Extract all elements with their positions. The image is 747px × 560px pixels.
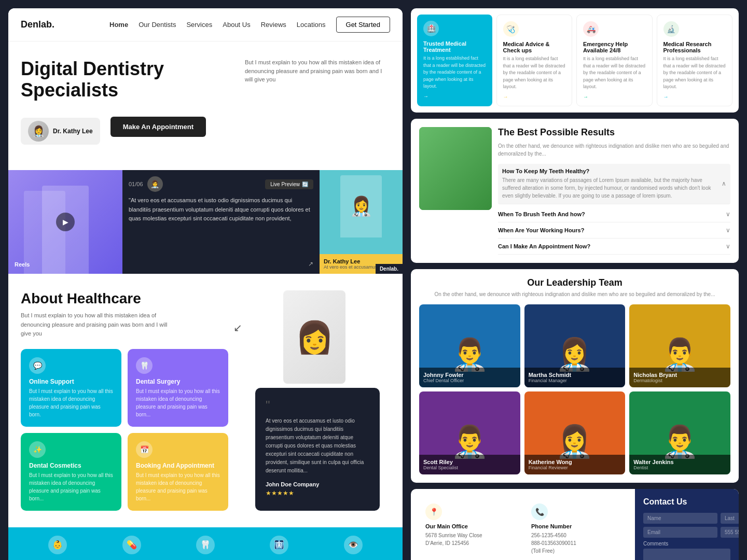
team-member-role-martha: Financial Manager bbox=[529, 378, 621, 383]
team-member-name-nicholas: Nicholas Bryant bbox=[633, 372, 726, 378]
about-cards-grid: 💬 Online Support But I must explain to y… bbox=[21, 349, 228, 511]
contact-info: 📍 Our Main Office 5678 Sunrise Way Close… bbox=[411, 489, 635, 561]
appointment-button[interactable]: Make An Appointment bbox=[110, 117, 206, 137]
footer-item-3: 🦷 bbox=[196, 536, 215, 556]
team-member-role-johnny: Chief Dental Officer bbox=[423, 378, 516, 383]
reels-label: Reels bbox=[15, 261, 30, 268]
research-icon: 🔬 bbox=[663, 21, 679, 37]
about-title: About Healthcare bbox=[21, 290, 228, 307]
about-section: About Healthcare But I must explain to y… bbox=[8, 274, 403, 527]
faq-item-2[interactable]: When To Brush Teeth And how? ∨ bbox=[498, 206, 730, 222]
service-card-advice: 🩺 Medical Advice & Check ups It is a lon… bbox=[496, 15, 573, 106]
comments-label: Comments bbox=[643, 541, 730, 547]
hero-section: Digital Dentistry Specialists But I must… bbox=[8, 41, 403, 166]
nav-about[interactable]: About Us bbox=[223, 21, 250, 29]
faq-item-4[interactable]: Can I Make An Appointment Now? ∨ bbox=[498, 239, 730, 255]
faq-chevron-1: ∧ bbox=[722, 180, 726, 187]
about-arrow: ↙ bbox=[233, 321, 242, 334]
team-card-info-katherine: Katherine Wong Financial Reviewer bbox=[524, 455, 626, 474]
faq-chevron-4: ∨ bbox=[726, 243, 730, 250]
footer-icon-5: 👁️ bbox=[344, 536, 363, 554]
about-card-booking: 📅 Booking And Appointment But I must exp… bbox=[128, 433, 228, 511]
team-card-info-johnny: Johnny Fowler Chief Dental Officer bbox=[419, 368, 520, 387]
team-member-role-nicholas: Dermatologist bbox=[633, 378, 726, 383]
phone-input[interactable] bbox=[721, 527, 739, 538]
get-started-button[interactable]: Get Started bbox=[336, 17, 390, 33]
trusted-icon: 🏥 bbox=[423, 21, 439, 36]
best-results-desc: On the other hand, we denounce with righ… bbox=[498, 142, 730, 158]
best-results-inner: 👨‍⚕️ The Best Possible Results On the ot… bbox=[419, 127, 730, 255]
office-title: Our Main Office bbox=[425, 523, 515, 529]
team-card-info-scott: Scott Riley Dental Specialist bbox=[419, 455, 520, 474]
research-arrow: → bbox=[663, 94, 726, 100]
team-member-name-walter: Walter Jenkins bbox=[633, 459, 726, 465]
team-member-role-scott: Dental Specialist bbox=[423, 465, 516, 470]
team-grid: 👨‍⚕️ Johnny Fowler Chief Dental Officer … bbox=[419, 304, 730, 474]
emergency-arrow: → bbox=[583, 94, 646, 100]
hero-title: Digital Dentistry Specialists bbox=[21, 58, 187, 101]
quote-icon: " bbox=[266, 398, 369, 413]
faq-item-1[interactable]: How To Keep My Teeth Healthy? There are … bbox=[498, 164, 730, 204]
service-card-research: 🔬 Medical Research Professionals It is a… bbox=[657, 15, 733, 106]
faq-chevron-2: ∨ bbox=[726, 211, 730, 218]
best-results-title: The Best Possible Results bbox=[498, 127, 730, 138]
emergency-desc: It is a long established fact that a rea… bbox=[583, 55, 646, 91]
trusted-desc: It is a long established fact that a rea… bbox=[423, 55, 486, 90]
about-desc: But I must explain to you how all this m… bbox=[21, 311, 176, 339]
phone-detail: 256-1235-4560888-013563090011(Toll Free) bbox=[531, 531, 620, 555]
booking-icon: 📅 bbox=[136, 441, 153, 458]
emergency-title: Emergency Help Available 24/8 bbox=[583, 41, 646, 53]
online-support-desc: But I must explain to you how all this m… bbox=[29, 387, 113, 418]
service-cards: 🏥 Trusted Medical Treatment It is a long… bbox=[411, 8, 739, 113]
nav-locations[interactable]: Locations bbox=[297, 21, 326, 29]
research-desc: It is a long established fact that a rea… bbox=[663, 55, 726, 91]
booking-title: Booking And Appointment bbox=[136, 462, 220, 469]
footer-icon-2: 💊 bbox=[122, 536, 141, 554]
trusted-arrow: → bbox=[423, 93, 486, 99]
team-card-scott: 👨‍⚕️ Scott Riley Dental Specialist bbox=[419, 391, 520, 474]
slide-counter: 01/06 bbox=[129, 181, 143, 187]
best-results-section: 👨‍⚕️ The Best Possible Results On the ot… bbox=[411, 119, 739, 263]
name-input[interactable] bbox=[643, 513, 717, 524]
footer-item-1: 👶 bbox=[48, 536, 67, 556]
office-detail: 5678 Sunrise Way CloseD'Aerie, ID 125456 bbox=[425, 531, 515, 547]
email-input[interactable] bbox=[643, 527, 717, 538]
nav-home[interactable]: Home bbox=[109, 21, 128, 29]
testimonial-company: John Doe Company bbox=[266, 481, 369, 487]
nav-services[interactable]: Services bbox=[186, 21, 212, 29]
office-icon: 📍 bbox=[425, 503, 442, 520]
contact-row bbox=[643, 527, 730, 538]
play-button[interactable]: ▶ bbox=[56, 213, 75, 231]
nav-reviews[interactable]: Reviews bbox=[261, 21, 286, 29]
advice-title: Medical Advice & Check ups bbox=[503, 41, 566, 53]
footer-icon-3: 🦷 bbox=[196, 536, 215, 554]
dental-cosmetics-title: Dental Cosmetics bbox=[29, 462, 113, 469]
preview-right: 👩‍⚕️ Dr. Kathy Lee At vero eos et accusa… bbox=[320, 170, 403, 274]
footer-icon-4: 🩻 bbox=[270, 536, 288, 554]
footer-item-5: 👁️ bbox=[344, 536, 363, 556]
faq-question-4: Can I Make An Appointment Now? bbox=[498, 243, 590, 249]
team-member-name-katherine: Katherine Wong bbox=[529, 459, 621, 465]
booking-desc: But I must explain to you how all this m… bbox=[136, 471, 220, 502]
team-member-name-johnny: Johnny Fowler bbox=[423, 372, 516, 378]
phone-icon: 📞 bbox=[531, 503, 548, 520]
nav-dentists[interactable]: Our Dentists bbox=[139, 21, 176, 29]
live-preview-button[interactable]: Live Preview 🔄 bbox=[265, 179, 313, 189]
last-input[interactable] bbox=[721, 513, 739, 524]
hero-buttons: 👩‍⚕️ Dr. Kathy Lee Make An Appointment bbox=[21, 109, 390, 145]
nav-links: Home Our Dentists Services About Us Revi… bbox=[109, 21, 326, 29]
faq-item-3[interactable]: When Are Your Working Hours? ∨ bbox=[498, 222, 730, 239]
trusted-title: Trusted Medical Treatment bbox=[423, 40, 486, 53]
team-member-role-katherine: Financial Reviewer bbox=[529, 465, 621, 470]
contact-phone: 📞 Phone Number 256-1235-4560888-01356309… bbox=[525, 497, 627, 561]
phone-title: Phone Number bbox=[531, 523, 620, 529]
research-title: Medical Research Professionals bbox=[663, 41, 726, 53]
comments-input[interactable] bbox=[643, 549, 730, 561]
testimonial-stars: ★★★★★ bbox=[266, 489, 369, 497]
doctor-card: 👩‍⚕️ Dr. Kathy Lee bbox=[21, 118, 100, 145]
about-left: About Healthcare But I must explain to y… bbox=[21, 290, 228, 511]
about-card-dental-surgery: 🦷 Dental Surgery But I must explain to y… bbox=[128, 349, 228, 427]
about-right: 👩 ↙ " At vero eos et accusamus et iusto … bbox=[239, 290, 390, 511]
team-card-info-martha: Martha Schmidt Financial Manager bbox=[524, 368, 626, 387]
preview-quote: "At vero eos et accusamus et iusto odio … bbox=[129, 196, 313, 256]
